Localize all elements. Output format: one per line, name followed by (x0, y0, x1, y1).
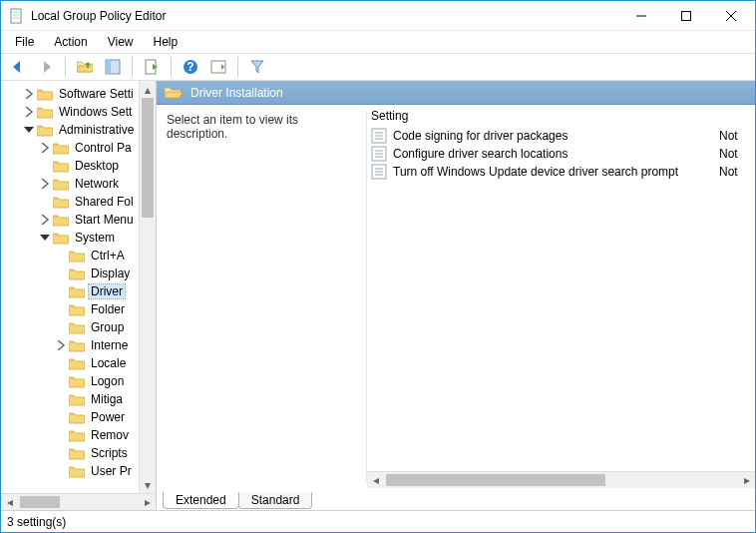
toolbar-separator (132, 57, 133, 77)
tree-vertical-scrollbar[interactable]: ▴ ▾ (139, 81, 156, 493)
expand-icon[interactable] (39, 214, 51, 226)
tree-item[interactable]: Network (1, 175, 156, 193)
scroll-thumb[interactable] (142, 98, 154, 218)
setting-state: Not (719, 129, 755, 143)
tree-item[interactable]: Administrative (1, 121, 156, 139)
scroll-down-arrow-icon[interactable]: ▾ (140, 476, 156, 493)
details-title: Driver Installation (190, 86, 283, 100)
close-button[interactable] (708, 2, 753, 30)
tree-item[interactable]: Interne (1, 336, 156, 354)
expand-icon[interactable] (23, 88, 35, 100)
expand-icon[interactable] (55, 339, 67, 351)
settings-list[interactable]: Code signing for driver packagesNotConfi… (367, 127, 755, 471)
tree-item-label: Windows Sett (57, 105, 134, 119)
tree-item-label: Desktop (73, 159, 121, 173)
menu-help[interactable]: Help (146, 33, 187, 51)
menu-view[interactable]: View (100, 33, 142, 51)
tree-item[interactable]: System (1, 229, 156, 247)
scroll-right-arrow-icon[interactable]: ▸ (139, 494, 156, 510)
help-button[interactable]: ? (180, 56, 201, 78)
tree-toggle-empty (55, 411, 67, 423)
scroll-thumb[interactable] (20, 496, 60, 508)
collapse-icon[interactable] (23, 124, 35, 136)
tree-item-label: Display (89, 266, 132, 280)
tab-standard[interactable]: Standard (238, 492, 313, 509)
folder-icon (69, 428, 85, 442)
menu-file[interactable]: File (7, 33, 42, 51)
tree-item[interactable]: Logon (1, 372, 156, 390)
tree-item-label: Power (89, 410, 127, 424)
tree-item-label: Folder (89, 302, 127, 316)
tree-toggle-empty (55, 375, 67, 387)
svg-rect-4 (11, 9, 21, 23)
scroll-right-arrow-icon[interactable]: ▸ (738, 472, 755, 488)
filter-button[interactable] (246, 56, 268, 78)
scroll-track[interactable] (384, 472, 738, 488)
setting-row[interactable]: Configure driver search locationsNot (367, 145, 755, 163)
scroll-left-arrow-icon[interactable]: ◂ (367, 472, 384, 488)
tree-item[interactable]: Desktop (1, 157, 156, 175)
setting-row[interactable]: Turn off Windows Update device driver se… (367, 163, 755, 181)
tree-item-label: Group (89, 320, 126, 334)
tree-item[interactable]: Mitiga (1, 390, 156, 408)
forward-button[interactable] (35, 56, 57, 78)
tree-item[interactable]: Start Menu (1, 211, 156, 229)
minimize-button[interactable] (618, 2, 663, 30)
description-column: Select an item to view its description. (157, 105, 366, 488)
column-header-setting[interactable]: Setting (371, 109, 719, 123)
window-title: Local Group Policy Editor (31, 9, 618, 23)
folder-icon (69, 338, 85, 352)
tree-item[interactable]: Software Setti (1, 85, 156, 103)
tree-item[interactable]: Windows Sett (1, 103, 156, 121)
tree-toggle-empty (55, 429, 67, 441)
folder-icon (69, 410, 85, 424)
properties-button[interactable] (207, 56, 229, 78)
scroll-thumb[interactable] (386, 474, 605, 486)
expand-icon[interactable] (23, 106, 35, 118)
tab-extended[interactable]: Extended (163, 492, 239, 509)
folder-icon (69, 320, 85, 334)
tree-toggle-empty (55, 393, 67, 405)
tree-item[interactable]: Locale (1, 354, 156, 372)
tree-item[interactable]: Remov (1, 426, 156, 444)
tree-item-label: System (73, 231, 117, 245)
settings-header-row[interactable]: Setting (367, 105, 755, 127)
tree-item[interactable]: Shared Fol (1, 193, 156, 211)
tree-item[interactable]: Control Pa (1, 139, 156, 157)
up-button[interactable] (74, 56, 96, 78)
show-hide-tree-button[interactable] (102, 56, 124, 78)
maximize-button[interactable] (663, 2, 708, 30)
settings-horizontal-scrollbar[interactable]: ◂ ▸ (367, 471, 755, 488)
folder-icon (69, 392, 85, 406)
back-button[interactable] (7, 56, 29, 78)
folder-icon (69, 464, 85, 478)
menu-action[interactable]: Action (46, 33, 95, 51)
expand-icon[interactable] (39, 178, 51, 190)
export-button[interactable] (141, 56, 163, 78)
tree-toggle-empty (55, 447, 67, 459)
svg-text:?: ? (187, 60, 193, 74)
scroll-track[interactable] (18, 494, 139, 510)
tree-toggle-empty (55, 465, 67, 477)
tree-item-label: Administrative (57, 123, 136, 137)
tree-item[interactable]: Display (1, 265, 156, 282)
tree-item-label: User Pr (89, 464, 134, 478)
setting-state: Not (719, 165, 755, 179)
setting-row[interactable]: Code signing for driver packagesNot (367, 127, 755, 145)
tree-item[interactable]: Driver (1, 282, 156, 300)
settings-column: Setting Code signing for driver packages… (367, 105, 755, 488)
tree-item[interactable]: Folder (1, 300, 156, 318)
expand-icon[interactable] (39, 142, 51, 154)
tree-horizontal-scrollbar[interactable]: ◂ ▸ (1, 493, 156, 510)
details-pane: Driver Installation Select an item to vi… (157, 81, 755, 510)
scroll-up-arrow-icon[interactable]: ▴ (140, 81, 156, 98)
tree-item[interactable]: Scripts (1, 444, 156, 462)
toolbar: ? (1, 53, 755, 81)
tree-view[interactable]: Software SettiWindows SettAdministrative… (1, 81, 156, 480)
tree-item[interactable]: User Pr (1, 462, 156, 480)
tree-item[interactable]: Power (1, 408, 156, 426)
scroll-left-arrow-icon[interactable]: ◂ (1, 494, 18, 510)
tree-item[interactable]: Group (1, 318, 156, 336)
collapse-icon[interactable] (39, 232, 51, 244)
tree-item[interactable]: Ctrl+A (1, 247, 156, 265)
